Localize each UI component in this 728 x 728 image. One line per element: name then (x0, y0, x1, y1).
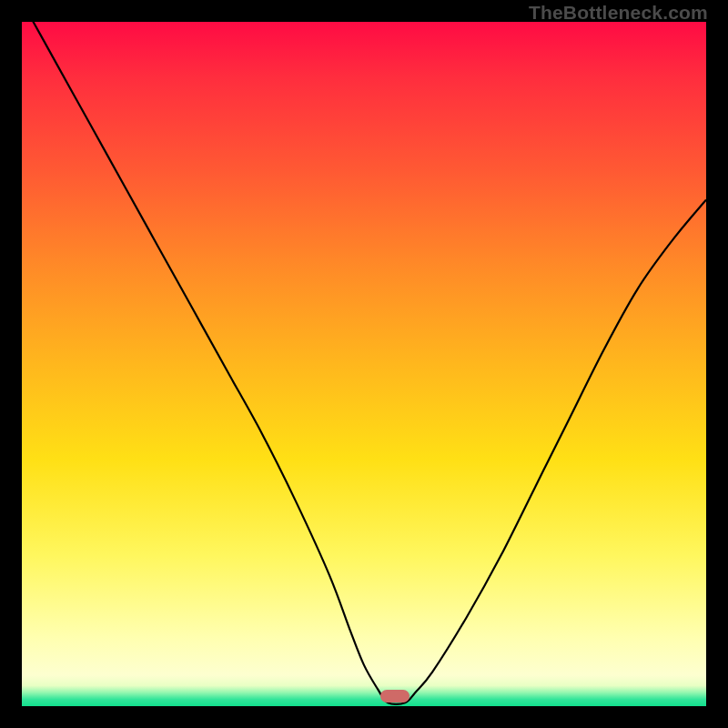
watermark-label: TheBottleneck.com (529, 2, 708, 24)
bottleneck-curve-path (22, 22, 706, 704)
minimum-marker (380, 690, 410, 703)
chart-frame: TheBottleneck.com (0, 0, 728, 728)
bottleneck-curve-svg (22, 22, 706, 706)
plot-area (22, 22, 706, 706)
